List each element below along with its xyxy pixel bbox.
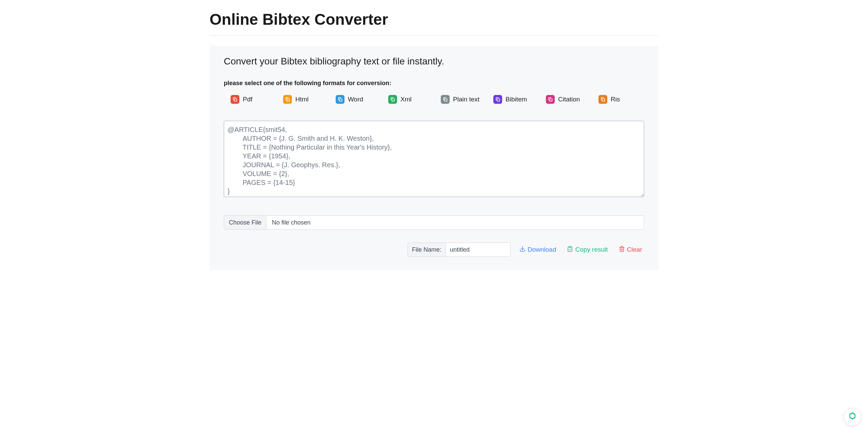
page-title: Online Bibtex Converter [210, 10, 658, 36]
format-label: Ris [611, 96, 620, 103]
svg-rect-1 [287, 99, 289, 101]
svg-rect-0 [234, 99, 237, 101]
format-option-xml[interactable]: Xml [388, 95, 434, 104]
filename-group: File Name: [408, 243, 511, 257]
format-option-pdf[interactable]: Pdf [231, 95, 276, 104]
converter-card: Convert your Bibtex bibliography text or… [210, 46, 658, 270]
download-label: Download [528, 246, 556, 253]
clipboard-icon [567, 246, 573, 254]
copy-icon [598, 95, 607, 104]
filename-label: File Name: [408, 243, 446, 256]
svg-rect-7 [602, 99, 605, 101]
copy-icon [441, 95, 450, 104]
copy-icon [493, 95, 502, 104]
copy-label: Copy result [575, 246, 608, 253]
format-label: Pdf [243, 96, 253, 103]
format-option-ris[interactable]: Ris [598, 95, 644, 104]
format-option-html[interactable]: Html [283, 95, 329, 104]
copy-icon [283, 95, 292, 104]
format-options-row: PdfHtmlWordXmlPlain textBibitemCitationR… [224, 95, 644, 104]
format-label: Bibitem [506, 96, 527, 103]
filename-input[interactable] [446, 243, 510, 256]
format-option-citation[interactable]: Citation [546, 95, 592, 104]
copy-icon [231, 95, 239, 104]
svg-rect-5 [497, 99, 499, 101]
format-label: Citation [558, 96, 580, 103]
format-label: Xml [400, 96, 412, 103]
svg-rect-6 [550, 99, 552, 101]
copy-result-button[interactable]: Copy result [565, 245, 610, 255]
svg-rect-4 [445, 99, 447, 101]
svg-rect-9 [569, 246, 571, 247]
svg-rect-2 [339, 99, 342, 101]
format-label: Html [295, 96, 309, 103]
clear-button[interactable]: Clear [617, 245, 644, 255]
bibtex-input-textarea[interactable] [224, 121, 644, 197]
format-option-plain[interactable]: Plain text [441, 95, 487, 104]
svg-rect-3 [392, 99, 394, 101]
clear-label: Clear [627, 246, 642, 253]
format-option-word[interactable]: Word [336, 95, 381, 104]
copy-icon [546, 95, 555, 104]
trash-icon [619, 246, 625, 254]
copy-icon [388, 95, 397, 104]
format-label: Word [348, 96, 363, 103]
card-subtitle: Convert your Bibtex bibliography text or… [224, 56, 644, 67]
bottom-actions-row: File Name: Download [224, 243, 644, 257]
format-label: Plain text [453, 96, 479, 103]
file-upload-row: Choose File No file chosen [224, 215, 644, 230]
format-option-bibitem[interactable]: Bibitem [493, 95, 539, 104]
format-prompt: please select one of the following forma… [224, 80, 644, 87]
download-icon [519, 246, 526, 254]
download-button[interactable]: Download [517, 245, 558, 255]
copy-icon [336, 95, 344, 104]
file-chosen-status: No file chosen [267, 216, 316, 229]
choose-file-button[interactable]: Choose File [224, 216, 267, 229]
